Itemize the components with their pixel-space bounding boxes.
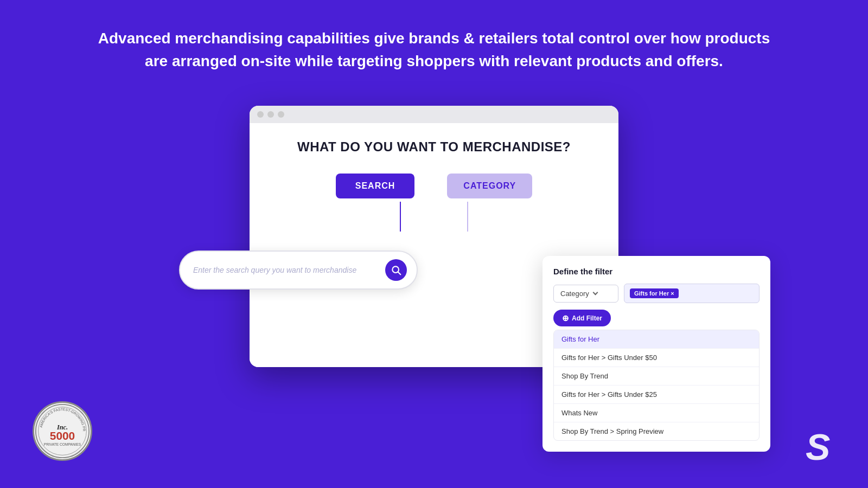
headline-line1: Advanced merchandising capabilities give… <box>65 27 803 50</box>
svg-text:5000: 5000 <box>50 429 75 442</box>
dot-green <box>278 111 284 118</box>
dropdown-item[interactable]: Gifts for Her > Gifts Under $50 <box>554 349 759 367</box>
headline: Advanced merchandising capabilities give… <box>0 0 868 89</box>
browser-window: WHAT DO YOU WANT TO MERCHANDISE? SEARCH … <box>250 106 618 367</box>
buttons-row: SEARCH CATEGORY <box>271 174 597 198</box>
connector-category-line <box>467 202 468 232</box>
dropdown-item[interactable]: Shop By Trend <box>554 367 759 386</box>
add-filter-plus-icon: ⊕ <box>562 314 569 322</box>
inc-badge: AMERICA'S FASTEST-GROWING PRIVATE COMPAN… <box>33 401 92 461</box>
dropdown-item[interactable]: Shop By Trend > Spring Preview <box>554 422 759 440</box>
dropdown-item[interactable]: Gifts for Her <box>554 330 759 349</box>
search-placeholder-text: Enter the search query you want to merch… <box>193 266 380 274</box>
dropdown-list: Gifts for HerGifts for Her > Gifts Under… <box>553 330 760 441</box>
svg-line-1 <box>398 272 401 275</box>
filter-row: Category Gifts for Her × <box>553 284 760 303</box>
dot-red <box>257 111 264 118</box>
dropdown-item[interactable]: Whats New <box>554 404 759 422</box>
filter-tags-area: Gifts for Her × <box>624 284 760 303</box>
inc-badge-svg: AMERICA'S FASTEST-GROWING PRIVATE COMPAN… <box>33 403 92 459</box>
add-filter-button[interactable]: ⊕ Add Filter <box>553 310 611 326</box>
search-icon-circle <box>385 259 407 281</box>
s-logo: S <box>806 426 838 466</box>
add-filter-label: Add Filter <box>572 314 602 322</box>
search-input-container[interactable]: Enter the search query you want to merch… <box>179 251 418 290</box>
connector-search-line <box>400 202 401 232</box>
filter-category-dropdown[interactable]: Category <box>553 285 618 303</box>
browser-body: WHAT DO YOU WANT TO MERCHANDISE? SEARCH … <box>250 123 618 367</box>
inc-badge-circle: AMERICA'S FASTEST-GROWING PRIVATE COMPAN… <box>33 401 92 461</box>
category-button[interactable]: CATEGORY <box>447 174 532 198</box>
filter-panel: Define the filter Category Gifts for Her… <box>542 256 770 452</box>
browser-titlebar <box>250 106 618 123</box>
filter-panel-title: Define the filter <box>553 267 760 276</box>
chevron-down-icon <box>592 290 598 296</box>
dropdown-label: Category <box>560 290 589 298</box>
svg-text:S: S <box>806 426 830 464</box>
headline-line2: are arranged on-site while targeting sho… <box>65 50 803 73</box>
main-question: WHAT DO YOU WANT TO MERCHANDISE? <box>271 139 597 155</box>
search-icon <box>391 265 401 275</box>
search-button[interactable]: SEARCH <box>336 174 415 198</box>
dot-yellow <box>267 111 274 118</box>
filter-active-tag[interactable]: Gifts for Her × <box>630 288 679 298</box>
dropdown-item[interactable]: Gifts for Her > Gifts Under $25 <box>554 386 759 404</box>
svg-text:PRIVATE COMPANIES: PRIVATE COMPANIES <box>44 442 81 446</box>
